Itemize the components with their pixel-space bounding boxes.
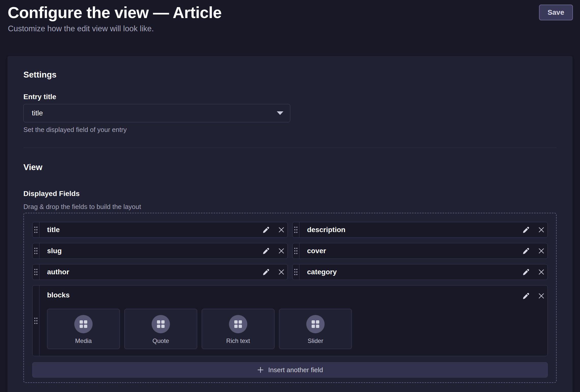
- drag-dots-icon: [293, 247, 298, 255]
- remove-field-button[interactable]: [536, 224, 547, 235]
- edit-field-button[interactable]: [260, 224, 272, 235]
- drag-handle[interactable]: [33, 222, 39, 237]
- field-row: title: [32, 222, 288, 238]
- configuration-panel: Settings Entry title title Set the displ…: [7, 56, 573, 392]
- field-row: category: [292, 264, 548, 280]
- edit-field-button[interactable]: [520, 290, 532, 301]
- remove-field-button[interactable]: [276, 245, 287, 257]
- pencil-icon: [263, 226, 270, 233]
- entry-title-label: Entry title: [23, 93, 557, 101]
- pencil-icon: [263, 247, 270, 254]
- close-icon: [538, 226, 545, 234]
- entry-title-select-value: title: [32, 109, 43, 117]
- pencil-icon: [523, 247, 530, 254]
- page-title: Configure the view — Article: [8, 4, 222, 21]
- component-grid-icon: [157, 320, 165, 328]
- chevron-down-icon: [277, 111, 283, 115]
- remove-field-button[interactable]: [276, 266, 287, 278]
- dynamic-zone-actions: [520, 285, 547, 356]
- component-grid-icon: [312, 320, 319, 328]
- close-icon: [278, 247, 285, 255]
- component-card[interactable]: Quote: [124, 309, 197, 349]
- component-icon-circle: [306, 315, 325, 333]
- component-grid-icon: [234, 320, 242, 328]
- drag-handle[interactable]: [293, 264, 299, 280]
- drag-dots-icon: [33, 317, 38, 325]
- field-row-actions: [520, 243, 547, 259]
- component-label: Quote: [152, 337, 169, 344]
- component-card[interactable]: Rich text: [202, 309, 274, 349]
- component-grid-icon: [80, 320, 87, 328]
- edit-field-button[interactable]: [520, 224, 532, 235]
- drag-dots-icon: [293, 268, 298, 276]
- drag-handle[interactable]: [33, 285, 39, 356]
- drag-handle[interactable]: [293, 243, 299, 259]
- entry-title-hint: Set the displayed field of your entry: [23, 126, 557, 134]
- edit-field-button[interactable]: [260, 245, 272, 257]
- field-row: slug: [32, 243, 288, 259]
- remove-field-button[interactable]: [536, 266, 547, 278]
- configure-view-page: Configure the view — Article Customize h…: [0, 0, 580, 392]
- edit-field-button[interactable]: [260, 266, 272, 278]
- dynamic-zone-row: blocks Media Quote: [32, 285, 548, 356]
- drag-dots-icon: [33, 268, 38, 276]
- drag-dots-icon: [33, 247, 38, 255]
- settings-heading: Settings: [23, 70, 557, 80]
- field-row-actions: [520, 264, 547, 280]
- component-icon-circle: [152, 315, 170, 333]
- plus-icon: [257, 366, 264, 373]
- component-label: Slider: [308, 337, 323, 344]
- remove-field-button[interactable]: [276, 224, 287, 235]
- close-icon: [538, 247, 545, 255]
- entry-title-select[interactable]: title: [23, 104, 290, 122]
- drag-dots-icon: [33, 226, 38, 234]
- remove-field-button[interactable]: [536, 290, 547, 301]
- displayed-fields-label: Displayed Fields: [23, 190, 557, 198]
- drag-dots-icon: [293, 226, 298, 234]
- edit-field-button[interactable]: [520, 245, 532, 257]
- save-button[interactable]: Save: [539, 5, 573, 20]
- field-name-label: author: [39, 264, 260, 280]
- fields-dropzone: title description: [23, 213, 557, 383]
- drag-handle[interactable]: [33, 243, 39, 259]
- component-icon-circle: [229, 315, 247, 333]
- close-icon: [278, 226, 285, 234]
- components-list: Media Quote Rich text: [47, 309, 520, 349]
- component-label: Media: [75, 337, 92, 344]
- field-row-actions: [260, 222, 287, 237]
- section-divider: [23, 148, 557, 148]
- field-row-actions: [260, 264, 287, 280]
- field-name-label: description: [299, 222, 520, 237]
- drag-handle[interactable]: [33, 264, 39, 280]
- dynamic-zone-content: blocks Media Quote: [39, 285, 520, 356]
- drag-handle[interactable]: [293, 222, 299, 237]
- page-header: Configure the view — Article Customize h…: [0, 0, 580, 33]
- field-name-label: category: [299, 264, 520, 280]
- pencil-icon: [523, 226, 530, 233]
- component-card[interactable]: Slider: [279, 309, 352, 349]
- field-row-actions: [520, 222, 547, 237]
- component-icon-circle: [74, 315, 93, 333]
- field-name-label: cover: [299, 243, 520, 259]
- pencil-icon: [523, 292, 530, 299]
- component-label: Rich text: [226, 337, 250, 344]
- view-heading: View: [23, 162, 557, 172]
- pencil-icon: [263, 268, 270, 276]
- displayed-fields-hint: Drag & drop the fields to build the layo…: [23, 203, 557, 211]
- close-icon: [278, 268, 285, 276]
- insert-another-field-button[interactable]: Insert another field: [32, 362, 548, 378]
- field-row-actions: [260, 243, 287, 259]
- page-subtitle: Customize how the edit view will look li…: [8, 24, 222, 33]
- insert-another-field-label: Insert another field: [268, 366, 323, 374]
- edit-field-button[interactable]: [520, 266, 532, 278]
- component-card[interactable]: Media: [47, 309, 120, 349]
- field-row: author: [32, 264, 288, 280]
- close-icon: [538, 268, 545, 276]
- close-icon: [538, 292, 545, 300]
- field-name-label: slug: [39, 243, 260, 259]
- remove-field-button[interactable]: [536, 245, 547, 257]
- pencil-icon: [523, 268, 530, 276]
- dynamic-zone-name: blocks: [47, 291, 520, 299]
- field-name-label: title: [39, 222, 260, 237]
- field-row: description: [292, 222, 548, 238]
